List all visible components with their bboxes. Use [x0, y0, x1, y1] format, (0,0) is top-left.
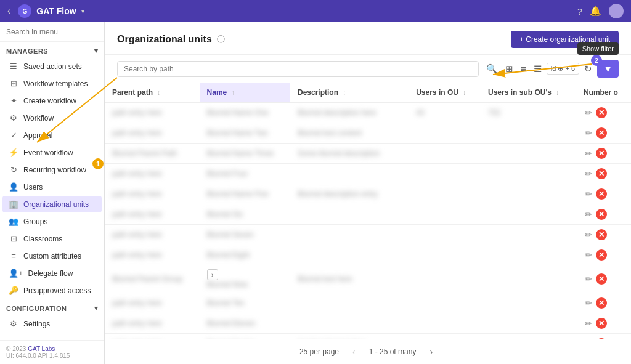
delete-button[interactable]: ✕ [596, 168, 607, 179]
delete-button[interactable]: ✕ [596, 188, 607, 200]
delete-button[interactable]: ✕ [596, 273, 607, 285]
page-header: Organizational units ⓘ + Create organiza… [105, 22, 631, 55]
search-icon-btn[interactable]: 🔍 [484, 61, 500, 77]
sidebar-item-saved-action-sets[interactable]: ☰Saved action sets [2, 58, 102, 75]
help-icon[interactable]: ? [577, 6, 582, 17]
edit-button[interactable]: ✏ [584, 127, 593, 139]
sidebar-search-area[interactable] [0, 22, 104, 42]
cell-users-sub [481, 293, 576, 313]
sidebar-item-preapproved-access[interactable]: 🔑Preapproved access [2, 282, 102, 299]
sidebar-item-label-approval: Approval [23, 131, 52, 140]
organizational-units-icon: 🏢 [9, 200, 18, 209]
cell-description [290, 245, 409, 265]
sidebar-item-label-settings: Settings [23, 320, 50, 328]
edit-button[interactable]: ✏ [584, 297, 593, 309]
cell-name: Blurred Ten [200, 293, 290, 313]
sidebar-item-settings[interactable]: ⚙Settings [2, 315, 102, 332]
expand-row-btn[interactable]: › [207, 269, 218, 280]
cell-parent-path: path entry here [105, 293, 200, 313]
sidebar-item-workflow[interactable]: ⚙Workflow [2, 110, 102, 126]
row-actions: ✏ ✕ [584, 249, 624, 261]
sidebar-item-approval[interactable]: ✓Approval [2, 127, 102, 144]
cell-users-ou [409, 123, 481, 144]
toolbar: 🔍 ⊞ ≡ ☰ id ⊕ + 6 ↻ Show filter 2 ▼ [105, 55, 631, 83]
column-badge[interactable]: id ⊕ + 6 [547, 63, 579, 75]
table-container: Parent path ↕ Name ↑ Description ↕ Users… [105, 83, 631, 339]
compact-view-btn[interactable]: ☰ [531, 61, 544, 77]
cell-parent-path: path entry here [105, 313, 200, 334]
sidebar-item-recurring-workflow[interactable]: ↻Recurring workflow [2, 161, 102, 178]
back-button[interactable]: ‹ [7, 6, 10, 17]
cell-description [290, 164, 409, 184]
sidebar-item-create-workflow[interactable]: ✦Create workflow [2, 92, 102, 109]
list-view-btn[interactable]: ≡ [518, 61, 529, 76]
delete-button[interactable]: ✕ [596, 229, 607, 240]
table-row: path entry here Blurred Eleven ✏ ✕ [105, 313, 631, 334]
sort-icon-name[interactable]: ↑ [232, 89, 235, 96]
delete-button[interactable]: ✕ [596, 127, 607, 139]
card-view-btn[interactable]: ⊞ [503, 61, 516, 77]
edit-button[interactable]: ✏ [584, 188, 593, 200]
groups-icon: 👥 [9, 217, 18, 226]
delete-button[interactable]: ✕ [596, 107, 607, 118]
cell-name: Blurred Name One [200, 102, 290, 123]
edit-button[interactable]: ✏ [584, 168, 593, 180]
sort-icon-desc[interactable]: ↕ [343, 89, 346, 96]
edit-button[interactable]: ✏ [584, 208, 593, 220]
sort-icon-userssub[interactable]: ↕ [556, 89, 559, 96]
main-content: Organizational units ⓘ + Create organiza… [105, 22, 631, 364]
sort-icon-parent[interactable]: ↕ [157, 89, 160, 96]
cell-description: Blurred description entry [290, 184, 409, 204]
sidebar-item-label-workflow-templates: Workflow templates [23, 79, 88, 88]
layout: MANAGERS▾☰Saved action sets⊞Workflow tem… [0, 22, 631, 364]
edit-button[interactable]: ✏ [584, 249, 593, 261]
search-input[interactable] [117, 61, 479, 77]
row-actions: ✏ ✕ [584, 273, 624, 285]
sidebar-item-custom-attributes[interactable]: ≡Custom attributes [2, 248, 102, 264]
sidebar-item-workflow-templates[interactable]: ⊞Workflow templates [2, 75, 102, 92]
topnav-left: ‹ G GAT Flow ▾ [7, 4, 577, 18]
table-row: path entry here Blurred Name Two Blurred… [105, 123, 631, 144]
edit-button[interactable]: ✏ [584, 229, 593, 241]
sidebar-search-input[interactable] [6, 28, 98, 36]
preapproved-access-icon: 🔑 [9, 286, 18, 295]
user-avatar[interactable] [609, 4, 624, 18]
delete-button[interactable]: ✕ [596, 249, 607, 261]
cell-users-sub [481, 144, 576, 164]
ou-table: Parent path ↕ Name ↑ Description ↕ Users… [105, 83, 631, 339]
table-header: Parent path ↕ Name ↑ Description ↕ Users… [105, 83, 631, 102]
bell-icon[interactable]: 🔔 [590, 6, 601, 17]
next-page-button[interactable]: › [426, 346, 436, 358]
custom-attributes-icon: ≡ [9, 251, 18, 261]
delete-button[interactable]: ✕ [596, 209, 607, 220]
edit-button[interactable]: ✏ [584, 273, 593, 285]
cell-parent-path: Blurred Parent Group [105, 265, 200, 293]
cell-actions: ✏ ✕ [576, 204, 631, 225]
footer-company-link[interactable]: GAT Labs [28, 346, 55, 352]
delete-button[interactable]: ✕ [596, 148, 607, 159]
table-row: Blurred Parent Path Blurred Name Three S… [105, 144, 631, 164]
sidebar-item-event-workflow[interactable]: ⚡Event workflow [2, 144, 102, 161]
edit-button[interactable]: ✏ [584, 147, 593, 160]
sidebar-item-groups[interactable]: 👥Groups [2, 213, 102, 230]
sidebar-item-delegate-flow[interactable]: 👤+Delegate flow [2, 265, 102, 281]
edit-button[interactable]: ✏ [584, 317, 593, 330]
cell-users-sub [481, 184, 576, 204]
cell-actions: ✏ ✕ [576, 102, 631, 123]
delete-button[interactable]: ✕ [596, 318, 607, 329]
cell-users-ou [409, 265, 481, 293]
delete-button[interactable]: ✕ [596, 297, 607, 309]
sidebar-item-organizational-units[interactable]: 🏢Organizational units [2, 196, 102, 212]
sort-icon-usersou[interactable]: ↕ [463, 89, 466, 96]
cell-name: Blurred Name Two [200, 123, 290, 144]
prev-page-button[interactable]: ‹ [349, 346, 359, 358]
sidebar-item-users[interactable]: 👤Users [2, 179, 102, 195]
brand-chevron-icon[interactable]: ▾ [81, 8, 84, 15]
info-icon[interactable]: ⓘ [217, 34, 225, 45]
row-actions: ✏ ✕ [584, 168, 624, 180]
edit-button[interactable]: ✏ [584, 107, 593, 119]
cell-name: Blurred Six [200, 204, 290, 225]
sidebar: MANAGERS▾☰Saved action sets⊞Workflow tem… [0, 22, 105, 364]
cell-users-ou [409, 225, 481, 245]
sidebar-item-classrooms[interactable]: ⊡Classrooms [2, 230, 102, 247]
